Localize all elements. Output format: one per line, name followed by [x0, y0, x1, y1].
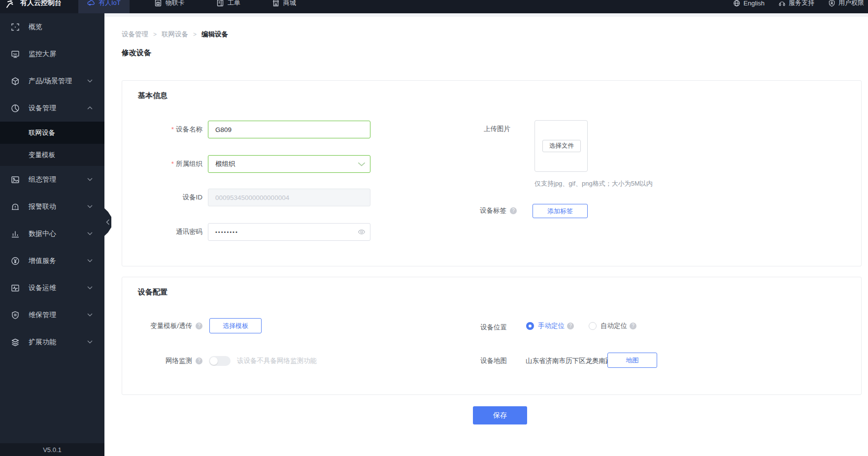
- service-support[interactable]: 服务支持: [778, 0, 814, 7]
- sidebar-item-extended-functions[interactable]: 扩展功能: [0, 328, 104, 356]
- manual-location-radio[interactable]: [526, 322, 534, 330]
- network-monitoring-label: 网络监测: [166, 357, 192, 365]
- sidebar-item-value-added-services[interactable]: 增值服务: [0, 247, 104, 274]
- shield-icon: [11, 311, 20, 320]
- device-management-submenu: 联网设备 变量模板: [0, 122, 104, 166]
- device-name-row: *设备名称: [122, 121, 370, 138]
- device-tags-label: 设备标签: [480, 206, 506, 215]
- sidebar-item-product-scene[interactable]: 产品/场景管理: [0, 67, 104, 95]
- topnav-label: 有人IoT: [99, 0, 121, 7]
- sidebar: 概览 监控大屏 产品/场景管理: [0, 13, 104, 456]
- sidebar-subitem-variable-templates[interactable]: 变量模板: [0, 144, 104, 166]
- language-label: English: [743, 0, 765, 7]
- topnav-label: 工单: [228, 0, 240, 7]
- sidebar-subitem-label: 变量模板: [29, 151, 55, 160]
- sidebar-item-label: 产品/场景管理: [29, 77, 72, 86]
- sidebar-item-maintenance-management[interactable]: 维保管理: [0, 301, 104, 328]
- organization-label: *所属组织: [122, 160, 202, 168]
- shield-person-icon: [828, 0, 835, 7]
- sidebar-item-overview[interactable]: 概览: [0, 13, 104, 40]
- device-name-input[interactable]: [208, 121, 370, 138]
- alarm-icon: [11, 202, 20, 211]
- breadcrumb-networked-devices[interactable]: 联网设备: [162, 30, 188, 39]
- globe-icon: [733, 0, 740, 7]
- topnav-item-mall[interactable]: 商城: [265, 0, 303, 13]
- help-icon[interactable]: ?: [196, 323, 202, 329]
- sidebar-item-label: 维保管理: [29, 311, 56, 320]
- chevron-down-icon: [87, 232, 93, 235]
- headset-icon: [778, 0, 786, 7]
- auto-location-radio[interactable]: [589, 322, 597, 330]
- user-permissions[interactable]: 用户权限: [828, 0, 864, 7]
- device-name-label: *设备名称: [122, 125, 202, 134]
- cube-icon: [11, 77, 20, 86]
- help-icon[interactable]: ?: [630, 323, 636, 329]
- topbar-right: English 服务支持 用户权限: [733, 0, 864, 13]
- sidebar-item-alarm-linkage[interactable]: 报警联动: [0, 193, 104, 220]
- organization-select[interactable]: [208, 155, 370, 173]
- device-map-label: 设备地图: [433, 357, 507, 365]
- app-logo[interactable]: 有人云控制台: [0, 0, 78, 8]
- upload-hint-text: 仅支持jpg、gif、png格式；大小为5M以内: [534, 179, 653, 188]
- device-config-title: 设备配置: [138, 288, 167, 297]
- sidebar-item-label: 概览: [29, 23, 42, 32]
- sidebar-item-label: 设备管理: [29, 104, 56, 113]
- sidebar-item-label: 数据中心: [29, 229, 56, 238]
- chevron-up-icon: [87, 106, 93, 110]
- monitor-icon: [11, 50, 20, 59]
- sidebar-item-device-operations[interactable]: 设备运维: [0, 274, 104, 301]
- chevron-down-icon: [87, 205, 93, 208]
- upload-image-dropzone[interactable]: 选择文件: [534, 120, 588, 172]
- image-icon: [11, 175, 20, 184]
- auto-location-label[interactable]: 自动定位: [601, 322, 627, 330]
- sidebar-subitem-networked-devices[interactable]: 联网设备: [0, 122, 104, 144]
- sidebar-item-monitor-screen[interactable]: 监控大屏: [0, 40, 104, 67]
- help-icon[interactable]: ?: [196, 358, 202, 364]
- choose-template-button[interactable]: 选择模板: [209, 318, 262, 333]
- basic-info-title: 基本信息: [138, 91, 167, 100]
- help-icon[interactable]: ?: [510, 207, 517, 214]
- save-button[interactable]: 保存: [473, 406, 527, 424]
- network-monitoring-note: 该设备不具备网络监测功能: [237, 357, 317, 365]
- cloud-icon: [87, 0, 95, 7]
- sidebar-item-label: 组态管理: [29, 175, 56, 184]
- add-tag-button[interactable]: 添加标签: [533, 204, 588, 218]
- topnav-item-workorder[interactable]: 工单: [209, 0, 247, 13]
- eye-icon[interactable]: [358, 228, 366, 236]
- sidebar-item-device-management[interactable]: 设备管理: [0, 95, 104, 122]
- chevron-down-icon: [87, 286, 93, 290]
- choose-file-button[interactable]: 选择文件: [542, 140, 581, 152]
- service-support-label: 服务支持: [789, 0, 814, 7]
- help-icon[interactable]: ?: [567, 323, 574, 329]
- manual-location-label[interactable]: 手动定位: [538, 322, 565, 330]
- scan-icon: [11, 23, 20, 32]
- breadcrumb-edit-device: 编辑设备: [201, 30, 228, 39]
- work-order-icon: [216, 0, 224, 7]
- breadcrumb-device-management[interactable]: 设备管理: [122, 30, 148, 39]
- sidebar-item-label: 报警联动: [29, 202, 56, 211]
- user-permissions-label: 用户权限: [838, 0, 864, 7]
- sidebar-item-configuration-management[interactable]: 组态管理: [0, 166, 104, 193]
- chevron-left-icon: [106, 219, 110, 225]
- open-map-button[interactable]: 地图: [607, 353, 657, 368]
- sidebar-item-data-center[interactable]: 数据中心: [0, 220, 104, 247]
- chevron-down-icon: [87, 340, 93, 344]
- topnav-item-sim[interactable]: 物联卡: [147, 0, 192, 13]
- device-id-label: 设备ID: [122, 193, 202, 202]
- device-location-radio-group: 手动定位 ? 自动定位 ?: [526, 322, 636, 330]
- comm-password-input[interactable]: [208, 223, 370, 241]
- toggle-knob: [210, 357, 218, 365]
- chevron-down-icon: [87, 178, 93, 181]
- network-monitoring-toggle[interactable]: [209, 356, 231, 366]
- language-switch[interactable]: English: [733, 0, 765, 7]
- breadcrumb-separator: >: [153, 31, 157, 38]
- sidebar-item-label: 扩展功能: [29, 338, 56, 347]
- bar-chart-icon: [11, 229, 20, 238]
- breadcrumb-separator: >: [193, 31, 197, 38]
- sidebar-item-label: 监控大屏: [29, 50, 56, 59]
- topnav-item-iot[interactable]: 有人IoT: [78, 0, 130, 13]
- chevron-down-icon: [358, 162, 366, 170]
- device-id-row: 设备ID: [122, 189, 370, 206]
- sidebar-item-label: 增值服务: [29, 257, 56, 265]
- device-location-label: 设备位置: [433, 323, 507, 332]
